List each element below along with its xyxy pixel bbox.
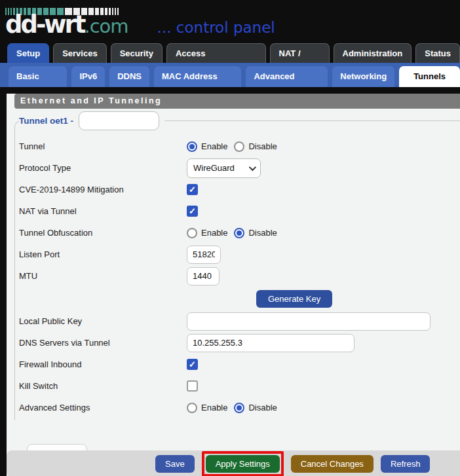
input-dns-servers-via-tunnel[interactable] [187, 334, 355, 352]
field-control [187, 267, 220, 285]
main-tab-services[interactable]: Services [53, 43, 107, 63]
tunnel-fieldset: Tunnel oet1 - TunnelEnableDisableProtoco… [14, 111, 460, 420]
radio-label: Disable [248, 141, 277, 151]
radio-advanced-settings-enable[interactable]: Enable [187, 403, 227, 413]
action-bar: SaveApply SettingsCancel ChangesRefresh [7, 450, 460, 476]
field-control: EnableDisable [187, 228, 284, 238]
form-row-listen-port: Listen Port [19, 244, 460, 265]
sub-tab-mac-address-clone[interactable]: MAC Address Clone [154, 66, 241, 87]
sub-tab-ddns[interactable]: DDNS [109, 66, 149, 87]
tunnel-legend-label: Tunnel oet1 - [19, 116, 73, 126]
fieldset-legend: Tunnel oet1 - [19, 111, 164, 130]
main-tab-access-restrictions[interactable]: Access Restrictions [166, 43, 266, 63]
field-label: DNS Servers via Tunnel [19, 338, 187, 348]
main-tab-bar: SetupServicesSecurityAccess Restrictions… [0, 41, 460, 63]
field-label: Protocol Type [19, 163, 187, 173]
apply-settings-button[interactable]: Apply Settings [206, 455, 280, 473]
logo-com: .com [84, 15, 128, 37]
sub-tab-bar: Basic SetupIPv6DDNSMAC Address CloneAdva… [0, 63, 460, 87]
field-control: ✓ [187, 206, 198, 217]
field-label: NAT via Tunnel [19, 206, 187, 216]
field-control: Generate Key [187, 290, 332, 308]
checkbox-cve-2019-14899-mitigation[interactable]: ✓ [187, 184, 198, 195]
chevron-down-icon [249, 163, 256, 170]
field-control: ✓ [187, 184, 198, 195]
field-label: Local Public Key [19, 316, 187, 326]
form-row-nat-via-tunnel: NAT via Tunnel✓ [19, 200, 460, 222]
radio-icon [187, 141, 197, 152]
form-row-protocol-type: Protocol TypeWireGuard [19, 157, 460, 179]
main-tab-security[interactable]: Security [111, 43, 163, 63]
save-button[interactable]: Save [155, 455, 195, 473]
field-label: Tunnel Obfuscation [19, 228, 187, 238]
field-control: EnableDisable [187, 403, 284, 413]
radio-label: Enable [201, 228, 227, 238]
field-label: MTU [19, 271, 187, 281]
checkbox-kill-switch[interactable] [187, 380, 198, 392]
radio-advanced-settings-disable[interactable]: Disable [234, 403, 277, 413]
radio-dot [189, 144, 195, 149]
radio-icon [187, 228, 197, 238]
checkbox-nat-via-tunnel[interactable]: ✓ [187, 206, 198, 217]
sub-tab-networking[interactable]: Networking [332, 66, 394, 87]
field-label: Listen Port [19, 249, 187, 259]
input-local-public-key[interactable] [187, 312, 431, 331]
radio-icon [234, 141, 244, 152]
form-row-cve-2019-14899-mitigation: CVE-2019-14899 Mitigation✓ [19, 179, 460, 200]
radio-icon [234, 228, 244, 238]
content-area: Ethernet and IP Tunneling Tunnel oet1 - … [7, 94, 460, 476]
form-row-dns-servers-via-tunnel: DNS Servers via Tunnel [19, 332, 460, 354]
field-control: WireGuard [187, 158, 261, 178]
sub-tab-ipv6[interactable]: IPv6 [71, 66, 105, 87]
radio-tunnel-obfuscation-enable[interactable]: Enable [187, 228, 227, 238]
input-listen-port[interactable] [187, 246, 221, 264]
main-tab-administration[interactable]: Administration [334, 43, 412, 63]
radio-tunnel-enable[interactable]: Enable [187, 141, 227, 152]
field-label: Kill Switch [19, 381, 187, 391]
tagline: ... control panel [157, 19, 275, 36]
section-title: Ethernet and IP Tunneling [14, 94, 460, 109]
dd-wrt-control-panel: dd-wrt.com ... control panel SetupServic… [0, 0, 460, 476]
field-label: Firewall Inbound [19, 359, 187, 369]
radio-tunnel-obfuscation-disable[interactable]: Disable [234, 228, 277, 238]
form-rows: TunnelEnableDisableProtocol TypeWireGuar… [19, 130, 460, 418]
select-protocol-type[interactable]: WireGuard [187, 158, 261, 178]
main-tab-status[interactable]: Status [415, 43, 460, 63]
generate-key-button[interactable]: Generate Key [256, 290, 332, 308]
form-row-mtu: MTU [19, 265, 460, 287]
field-label: Advanced Settings [19, 403, 187, 412]
radio-label: Enable [201, 403, 227, 412]
sub-tab-tunnels[interactable]: Tunnels [399, 66, 460, 87]
main-tab-nat-qos[interactable]: NAT / QoS [270, 43, 330, 63]
form-row-kill-switch: Kill Switch [19, 375, 460, 397]
main-tab-setup[interactable]: Setup [7, 43, 49, 63]
form-row-local-public-key: Local Public Key [19, 310, 460, 332]
radio-label: Enable [201, 141, 227, 151]
radio-tunnel-disable[interactable]: Disable [234, 141, 277, 152]
radio-dot [237, 230, 242, 236]
checkbox-firewall-inbound[interactable]: ✓ [187, 359, 198, 370]
sub-tab-basic-setup[interactable]: Basic Setup [9, 66, 67, 87]
radio-dot [237, 405, 242, 411]
form-row-tunnel-obfuscation: Tunnel ObfuscationEnableDisable [19, 222, 460, 244]
select-value: WireGuard [193, 163, 249, 173]
field-control [187, 334, 355, 352]
field-control: ✓ [187, 359, 198, 370]
sub-tab-advanced-routing[interactable]: Advanced Routing [246, 66, 328, 87]
refresh-button[interactable]: Refresh [381, 455, 431, 473]
radio-icon [234, 403, 244, 413]
field-control: EnableDisable [187, 141, 284, 152]
field-control [187, 312, 431, 331]
input-mtu[interactable] [187, 267, 220, 285]
field-label: CVE-2019-14899 Mitigation [19, 185, 187, 194]
tunnel-name-input[interactable] [79, 111, 159, 130]
logo: dd-wrt.com ... control panel [5, 10, 275, 39]
field-control [187, 246, 221, 264]
action-buttons: SaveApply SettingsCancel ChangesRefresh [155, 450, 430, 476]
cancel-changes-button[interactable]: Cancel Changes [291, 455, 374, 473]
logo-ddwrt: dd-wrt [5, 10, 84, 39]
highlight-annotation: Apply Settings [202, 451, 284, 476]
radio-label: Disable [248, 403, 277, 412]
form-row-tunnel: TunnelEnableDisable [19, 136, 460, 157]
form-row-firewall-inbound: Firewall Inbound✓ [19, 354, 460, 375]
